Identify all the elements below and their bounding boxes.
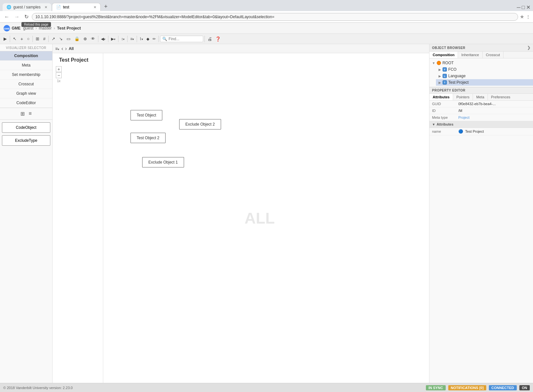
tab-close-1[interactable]: ✕ bbox=[44, 5, 47, 9]
status-on-badge[interactable]: ON bbox=[519, 385, 530, 390]
object-browser: OBJECT BROWSER ❯ Composition Inheritance… bbox=[429, 44, 533, 87]
tree-language-label: Language bbox=[448, 74, 465, 78]
toolbar-help-button[interactable]: ❓ bbox=[214, 36, 222, 42]
svg-point-2 bbox=[437, 61, 441, 65]
zoom-out-button[interactable]: − bbox=[56, 72, 62, 78]
reload-button[interactable]: ↻ Reload this page bbox=[23, 13, 30, 20]
list-view-icon[interactable]: ≡ bbox=[29, 111, 31, 117]
toolbar-updown-button[interactable]: ↕▾ bbox=[120, 36, 126, 42]
tree-item-fco[interactable]: ▶ F FCO bbox=[436, 66, 533, 73]
tab-pointers[interactable]: Pointers bbox=[453, 94, 473, 100]
status-copyright: © 2018 Vanderbilt University version: 2.… bbox=[3, 386, 73, 390]
canvas-object-test-object[interactable]: Test Object bbox=[130, 110, 162, 120]
prop-section-attributes[interactable]: ▼ Attributes bbox=[429, 121, 533, 128]
grid-view-icon[interactable]: ⊞ bbox=[20, 111, 25, 117]
prop-value-id: /M bbox=[458, 109, 530, 113]
toolbar-align-button[interactable]: ≡▾ bbox=[129, 36, 135, 42]
tab-inheritance[interactable]: Inheritance bbox=[458, 52, 482, 58]
url-bar[interactable]: 10.1.10.190:8888/?project=guest%2Btest&b… bbox=[32, 13, 518, 21]
tree-item-language[interactable]: ▶ L Language bbox=[436, 73, 533, 79]
toolbar-sep-3 bbox=[48, 36, 49, 42]
canvas-left-divider bbox=[103, 53, 103, 383]
canvas-list-icon[interactable]: ≡▾ bbox=[55, 46, 59, 51]
svg-text:T: T bbox=[444, 81, 446, 84]
canvas-next-button[interactable]: › bbox=[65, 46, 67, 52]
toolbar-pencil-button[interactable]: ✏ bbox=[151, 36, 157, 42]
tab-bar: 🌐 guest / samples ✕ 📄 test ✕ + ─ □ ✕ bbox=[0, 0, 533, 11]
property-editor: PROPERTY EDITOR Attributes Pointers Meta… bbox=[429, 87, 533, 383]
status-bar: © 2018 Vanderbilt University version: 2.… bbox=[0, 383, 533, 392]
tree-item-test-project[interactable]: ▶ T Test Project bbox=[436, 79, 533, 86]
prop-label-id: ID bbox=[432, 109, 456, 113]
tree-fco-label: FCO bbox=[448, 67, 456, 72]
prop-row-metatype: Meta type Project bbox=[429, 114, 533, 121]
tree-item-root[interactable]: ▼ ROOT bbox=[429, 60, 533, 66]
object-browser-header: OBJECT BROWSER ❯ bbox=[429, 44, 533, 52]
canvas-prev-button[interactable]: ‹ bbox=[61, 46, 63, 52]
new-tab-button[interactable]: + bbox=[101, 2, 110, 11]
app-header: GME GME guest › master › Test Project bbox=[0, 23, 533, 34]
find-input[interactable] bbox=[168, 37, 201, 41]
canvas-object-exclude-object-1[interactable]: Exclude Object 1 bbox=[142, 157, 184, 167]
sidebar-item-composition[interactable]: Composition bbox=[0, 51, 52, 61]
toolbar-grid-button[interactable]: ⊞ bbox=[34, 35, 41, 42]
settings-button[interactable]: ⋮ bbox=[526, 14, 530, 19]
sidebar-item-crosscut[interactable]: Crosscut bbox=[0, 80, 52, 89]
sidebar-item-meta[interactable]: Meta bbox=[0, 61, 52, 70]
status-notifications-badge[interactable]: NOTIFICATIONS [0] bbox=[448, 385, 486, 390]
toolbar-find: 🔍 bbox=[160, 36, 203, 42]
tab-close-2[interactable]: ✕ bbox=[93, 5, 96, 9]
canvas-object-exclude-object-2[interactable]: Exclude Object 2 bbox=[179, 119, 221, 129]
toolbar-redo-button[interactable]: ▶▾ bbox=[110, 36, 117, 42]
toolbar-undo-button[interactable]: ◀▾ bbox=[100, 36, 107, 42]
toolbar-circle-button[interactable]: ○ bbox=[25, 35, 31, 42]
toolbar-print-button[interactable]: 🖨 bbox=[206, 36, 213, 42]
sidebar-item-set-membership[interactable]: Set membership bbox=[0, 70, 52, 80]
zoom-in-button[interactable]: + bbox=[56, 66, 62, 72]
toolbar-hash-button[interactable]: # bbox=[42, 35, 47, 42]
canvas-object-test-object-2[interactable]: Test Object 2 bbox=[130, 133, 166, 143]
bookmark-button[interactable]: ★ bbox=[520, 14, 524, 20]
visualizer-selector-label: VISUALIZER SELECTOR bbox=[0, 44, 52, 51]
canvas-area[interactable]: Test Project + − 1x Test Object Exclude … bbox=[53, 53, 429, 383]
reload-tooltip: Reload this page bbox=[21, 22, 51, 27]
toolbar-diag2-button[interactable]: ↘ bbox=[57, 35, 64, 42]
fco-node-icon: F bbox=[442, 67, 447, 72]
sidebar-exclude-type[interactable]: ExcludeType bbox=[2, 135, 50, 146]
toolbar-add-button[interactable]: + bbox=[19, 35, 25, 43]
toolbar-lock-button[interactable]: 🔒 bbox=[73, 35, 81, 42]
tree-root-label: ROOT bbox=[442, 61, 454, 65]
toolbar-plus2-button[interactable]: ⊕ bbox=[82, 35, 89, 42]
maximize-button[interactable]: □ bbox=[522, 5, 525, 10]
tab-crosscut[interactable]: Crosscut bbox=[483, 52, 503, 58]
toolbar-eye-button[interactable]: 👁 bbox=[89, 35, 97, 42]
canvas-tab-all[interactable]: All bbox=[69, 46, 74, 51]
tab-attributes[interactable]: Attributes bbox=[429, 94, 453, 100]
toolbar-cursor-button[interactable]: ↖ bbox=[11, 35, 18, 42]
sidebar-item-code-editor[interactable]: CodeEditor bbox=[0, 98, 52, 108]
close-window-button[interactable]: ✕ bbox=[526, 4, 530, 10]
toolbar-diag1-button[interactable]: ↗ bbox=[50, 35, 57, 42]
toolbar-diamond-button[interactable]: ◆ bbox=[145, 36, 151, 42]
tab-composition[interactable]: Composition bbox=[429, 52, 458, 58]
canvas-container: ≡▾ ‹ › All Test Project + − 1x Test Obje… bbox=[53, 44, 429, 383]
toolbar-rect-button[interactable]: ▭ bbox=[65, 35, 72, 42]
panel-collapse-icon[interactable]: ❯ bbox=[527, 45, 531, 50]
sidebar-item-graph-view[interactable]: Graph view bbox=[0, 89, 52, 98]
tab-samples[interactable]: 🌐 guest / samples ✕ bbox=[3, 3, 51, 11]
tab-meta[interactable]: Meta bbox=[473, 94, 488, 100]
toolbar-play-button[interactable]: ▶ bbox=[2, 35, 8, 42]
toolbar-sep-10 bbox=[205, 36, 205, 42]
tab-preferences[interactable]: Preferences bbox=[488, 94, 514, 100]
toolbar-sep-4 bbox=[98, 36, 98, 42]
sidebar-code-object[interactable]: CodeObject bbox=[2, 122, 50, 133]
minimize-button[interactable]: ─ bbox=[517, 5, 520, 10]
prop-value-metatype[interactable]: Project bbox=[458, 116, 530, 119]
breadcrumb-project[interactable]: Test Project bbox=[57, 26, 81, 31]
back-button[interactable]: ← bbox=[3, 13, 11, 20]
forward-button[interactable]: → bbox=[13, 13, 21, 20]
toolbar-flow-button[interactable]: ⌇▾ bbox=[138, 36, 144, 42]
fco-expand-icon: ▶ bbox=[439, 68, 441, 71]
tab-test[interactable]: 📄 test ✕ bbox=[52, 3, 101, 11]
toolbar-sep-2 bbox=[32, 36, 33, 42]
